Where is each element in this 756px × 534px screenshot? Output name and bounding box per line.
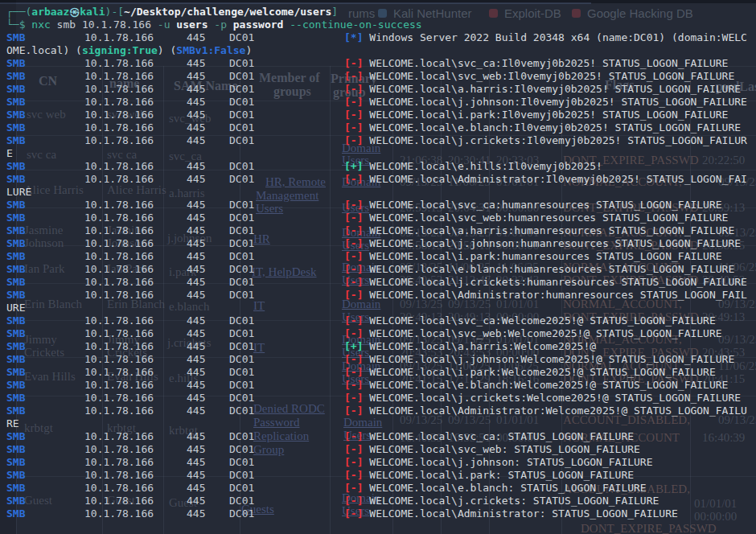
hostname-cell: DC01	[229, 353, 254, 366]
result-row: SMB10.1.78.166445DC01[-] WELCOME.local\s…	[0, 327, 756, 340]
hostname-cell: DC01	[229, 173, 254, 186]
result-row: SMB10.1.78.166445DC01[-] WELCOME.local\i…	[0, 469, 756, 482]
result-row: SMB10.1.78.166445DC01[-] WELCOME.local\A…	[0, 405, 756, 417]
status-fail-badge: [-]	[344, 289, 363, 301]
protocol-cell: SMB	[6, 57, 25, 70]
status-fail-badge: [-]	[344, 379, 363, 391]
message-cell: [-] WELCOME.local\j.johnson:Il0vemyj0b20…	[344, 96, 747, 109]
status-fail-badge: [-]	[344, 495, 363, 507]
message-cell: [-] WELCOME.local\j.crickets: STATUS_LOG…	[344, 495, 659, 507]
message-cell: [-] WELCOME.local\Administrator:Il0vemyj…	[344, 173, 747, 186]
hostname-cell: DC01	[229, 495, 254, 507]
ip-cell: 10.1.78.166	[84, 340, 154, 353]
result-row: SMB10.1.78.166445DC01[-] WELCOME.local\e…	[0, 263, 756, 276]
port-cell: 445	[187, 327, 205, 340]
message-cell: [+] WELCOME.local\e.hills:Il0vemyj0b2025…	[344, 160, 602, 173]
port-cell: 445	[187, 340, 205, 353]
port-cell: 445	[187, 70, 205, 83]
status-fail-badge: [-]	[344, 263, 363, 275]
result-row: SMB10.1.78.166445DC01[-] WELCOME.local\j…	[0, 495, 756, 507]
wrapped-line: LURE	[0, 186, 756, 199]
protocol-cell: SMB	[6, 83, 25, 96]
hostname-cell: DC01	[229, 430, 254, 443]
hostname-cell: DC01	[229, 109, 254, 121]
hostname-cell: DC01	[229, 405, 254, 417]
ip-cell: 10.1.78.166	[84, 57, 154, 70]
status-fail-badge: [-]	[344, 276, 363, 288]
status-fail-badge: [-]	[344, 83, 363, 95]
wrap-text: LURE	[6, 186, 31, 199]
ip-cell: 10.1.78.166	[84, 289, 154, 302]
status-fail-badge: [-]	[344, 121, 363, 134]
message-cell: [-] WELCOME.local\Administrator:humanres…	[344, 289, 747, 302]
port-cell: 445	[187, 443, 205, 456]
message-cell: [-] WELCOME.local\svc_ca:Il0vemyj0b2025!…	[344, 57, 728, 70]
protocol-cell: SMB	[6, 70, 25, 83]
protocol-cell: SMB	[6, 392, 25, 405]
prompt-frame-open: ┌──(	[6, 6, 31, 18]
message-cell: [-] WELCOME.local\j.johnson: STATUS_LOGO…	[344, 456, 653, 469]
hostname-cell: DC01	[229, 507, 254, 520]
message-cell: [-] WELCOME.local\Administrator: STATUS_…	[344, 507, 678, 520]
protocol-cell: SMB	[6, 276, 25, 289]
prompt-line-2[interactable]: └─$ nxc smb 10.1.78.166 -u users -p pass…	[0, 18, 756, 31]
status-fail-badge: [-]	[344, 507, 363, 520]
ip-cell: 10.1.78.166	[84, 250, 154, 263]
status-fail-badge: [-]	[344, 430, 363, 442]
ip-cell: 10.1.78.166	[84, 212, 154, 224]
protocol-cell: SMB	[6, 237, 25, 250]
hostname-cell: DC01	[229, 443, 254, 456]
message-cell: [-] WELCOME.local\svc_ca:humanresources …	[344, 199, 722, 212]
smbv1-status: SMBv1:False	[176, 44, 245, 56]
port-cell: 445	[187, 134, 205, 147]
protocol-cell: SMB	[6, 289, 25, 302]
result-row: SMB10.1.78.166445DC01[-] WELCOME.local\s…	[0, 443, 756, 456]
message-cell: [-] WELCOME.local\a.harris:Il0vemyj0b202…	[344, 83, 741, 96]
port-cell: 445	[187, 482, 205, 495]
hostname-cell: DC01	[229, 83, 254, 96]
protocol-cell: SMB	[6, 31, 25, 44]
ip-cell: 10.1.78.166	[84, 237, 154, 250]
result-row: SMB10.1.78.166445DC01[-] WELCOME.local\A…	[0, 173, 756, 186]
hostname-cell: DC01	[229, 57, 254, 70]
port-cell: 445	[187, 456, 205, 469]
prompt-at-symbol: ㉿	[69, 6, 80, 18]
result-row: SMB10.1.78.166445DC01[-] WELCOME.local\j…	[0, 237, 756, 250]
hostname-cell: DC01	[229, 70, 254, 83]
ip-cell: 10.1.78.166	[84, 392, 154, 405]
message-cell: [-] WELCOME.local\i.park:Il0vemyj0b2025!…	[344, 109, 728, 121]
message-cell: [-] WELCOME.local\a.harris:humanresource…	[344, 224, 734, 237]
protocol-cell: SMB	[6, 173, 25, 186]
hostname-cell: DC01	[229, 134, 254, 147]
result-row: SMB10.1.78.166445DC01[-] WELCOME.local\j…	[0, 456, 756, 469]
hostname-cell: DC01	[229, 366, 254, 379]
status-ok-badge: [+]	[344, 160, 363, 172]
message-cell: [-] WELCOME.local\e.blanch:Il0vemyj0b202…	[344, 121, 741, 134]
port-cell: 445	[187, 392, 205, 405]
prompt-dollar: └─$	[6, 18, 25, 31]
terminal-window[interactable]: ┌──(arbaaz㉿kali)-[~/Desktop/challenge/we…	[0, 0, 756, 534]
ip-cell: 10.1.78.166	[84, 83, 154, 96]
status-fail-badge: [-]	[344, 405, 363, 417]
status-fail-badge: [-]	[344, 109, 363, 121]
message-cell: [-] WELCOME.local\svc_web: STATUS_LOGON_…	[344, 443, 640, 456]
result-row: SMB10.1.78.166445DC01[-] WELCOME.local\s…	[0, 314, 756, 327]
status-fail-badge: [-]	[344, 443, 363, 455]
banner-wrap-post: )	[245, 44, 252, 56]
result-row: SMB10.1.78.166445DC01[-] WELCOME.local\i…	[0, 109, 756, 121]
screen: rumsKali NetHunterExploit-DBGoogle Hacki…	[0, 0, 756, 534]
message-cell: [-] WELCOME.local\svc_web:Welcome2025!@ …	[344, 327, 722, 340]
result-row: SMB10.1.78.166445DC01[-] WELCOME.local\j…	[0, 276, 756, 289]
hostname-cell: DC01	[229, 456, 254, 469]
port-cell: 445	[187, 96, 205, 109]
protocol-cell: SMB	[6, 507, 25, 520]
status-fail-badge: [-]	[344, 224, 363, 236]
status-fail-badge: [-]	[344, 134, 363, 146]
protocol-cell: SMB	[6, 96, 25, 109]
status-fail-badge: [-]	[344, 353, 363, 365]
port-cell: 445	[187, 31, 205, 44]
port-cell: 445	[187, 173, 205, 186]
protocol-cell: SMB	[6, 212, 25, 224]
ip-cell: 10.1.78.166	[84, 109, 154, 121]
ip-cell: 10.1.78.166	[84, 31, 154, 44]
